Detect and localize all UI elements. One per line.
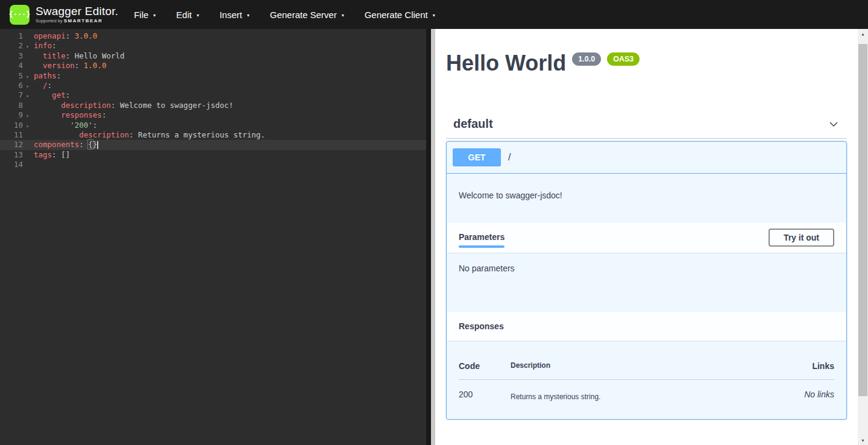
code-text: responses: (29, 110, 106, 120)
menu-file[interactable]: File ▾ (134, 4, 156, 26)
code-text: /: (29, 81, 52, 90)
code-text: tags: [] (29, 150, 70, 160)
menu-bar: File ▾ Edit ▾ Insert ▾ Generate Server ▾… (134, 4, 456, 26)
line-number[interactable]: 6▾ (0, 81, 29, 90)
topbar: {···} Swagger Editor. Supported by SMART… (0, 0, 868, 29)
line-number[interactable]: 10▾ (0, 121, 29, 130)
response-code: 200 (459, 390, 511, 399)
editor-line[interactable]: 14 (0, 160, 426, 169)
parameters-tab[interactable]: Parameters (459, 232, 505, 248)
get-method-button[interactable]: GET (453, 148, 501, 166)
preview-scrollbar[interactable]: ▲ ▼ (858, 29, 868, 445)
line-number[interactable]: 9▾ (0, 110, 29, 120)
main-split: 1openapi: 3.0.02▾info:3 title: Hello Wor… (0, 29, 868, 445)
editor-line[interactable]: 8 description: Welcome to swagger-jsdoc! (0, 101, 426, 110)
line-number[interactable]: 4 (0, 61, 29, 71)
line-number[interactable]: 2▾ (0, 41, 29, 51)
chevron-down-icon: ▾ (342, 13, 344, 18)
tag-section: default GET / Welcome to swagger-jsdoc! … (446, 110, 847, 420)
line-number[interactable]: 5▾ (0, 71, 29, 81)
menu-generate-client[interactable]: Generate Client ▾ (365, 4, 435, 26)
response-row-200: 200 Returns a mysterious string. No link… (459, 380, 834, 401)
editor-line[interactable]: 12components: {} (0, 140, 426, 150)
app-title: Swagger Editor. (36, 5, 118, 17)
line-number[interactable]: 11 (0, 130, 29, 140)
scrollbar-up-icon[interactable]: ▲ (858, 29, 868, 39)
line-number[interactable]: 8 (0, 101, 29, 110)
editor-line[interactable]: 6▾ /: (0, 81, 426, 90)
scrollbar-down-icon[interactable]: ▼ (858, 435, 868, 445)
editor-line[interactable]: 7▾ get: (0, 90, 426, 100)
editor-line[interactable]: 5▾paths: (0, 71, 426, 81)
supported-by-label: Supported by SMARTBEAR (36, 18, 118, 24)
code-text: description: Welcome to swagger-jsdoc! (29, 101, 233, 110)
column-code: Code (459, 361, 511, 371)
line-number[interactable]: 14 (0, 160, 29, 169)
chevron-down-icon: ▾ (197, 13, 199, 18)
menu-generate-client-label: Generate Client (365, 10, 428, 20)
code-text: paths: (29, 71, 61, 81)
editor-line[interactable]: 10▾ '200': (0, 121, 426, 130)
pane-splitter[interactable] (431, 29, 435, 445)
code-text: openapi: 3.0.0 (29, 31, 97, 41)
column-links: Links (762, 361, 834, 371)
chevron-down-icon: ▾ (247, 13, 250, 18)
code-text: get: (29, 90, 70, 100)
swagger-logo-icon: {···} (10, 5, 30, 25)
code-text: info: (29, 41, 57, 51)
editor-line[interactable]: 13tags: [] (0, 150, 426, 160)
supported-by-text: Supported by (36, 18, 64, 24)
chevron-down-icon: ▾ (433, 13, 435, 18)
operation-summary[interactable]: GET / (447, 142, 846, 174)
operation-path: / (508, 152, 511, 163)
collapse-chevron-icon[interactable] (828, 118, 840, 130)
code-text: description: Returns a mysterious string… (29, 130, 265, 140)
chevron-down-icon: ▾ (153, 13, 156, 18)
code-text: title: Hello World (29, 51, 125, 61)
line-number[interactable]: 3 (0, 51, 29, 61)
tag-name: default (453, 117, 493, 131)
parameters-title: Parameters (459, 232, 505, 242)
code-text: version: 1.0.0 (29, 61, 106, 71)
code-text: components: {} (29, 140, 98, 150)
api-info-header: Hello World 1.0.0 OAS3 (446, 29, 847, 75)
menu-insert[interactable]: Insert ▾ (219, 4, 250, 26)
operation-get-block: GET / Welcome to swagger-jsdoc! Paramete… (446, 141, 847, 420)
smartbear-brand: SMARTBEAR (64, 18, 103, 24)
line-number[interactable]: 12 (0, 140, 29, 150)
menu-file-label: File (134, 10, 148, 20)
scrollbar-thumb[interactable] (858, 44, 867, 396)
editor-scrollbar[interactable] (426, 29, 431, 445)
column-description: Description (511, 361, 762, 371)
menu-generate-server-label: Generate Server (270, 10, 337, 20)
operation-description: Welcome to swagger-jsdoc! (447, 174, 846, 222)
editor-lines: 1openapi: 3.0.02▾info:3 title: Hello Wor… (0, 31, 431, 169)
editor-line[interactable]: 4 version: 1.0.0 (0, 61, 426, 71)
response-description: Returns a mysterious string. (511, 393, 762, 401)
api-preview-pane: Hello World 1.0.0 OAS3 default GET / Wel… (435, 29, 858, 445)
response-links: No links (762, 390, 834, 399)
editor-line[interactable]: 11 description: Returns a mysterious str… (0, 130, 426, 140)
editor-line[interactable]: 9▾ responses: (0, 110, 426, 120)
tag-default-header[interactable]: default (446, 110, 847, 139)
yaml-code-editor[interactable]: 1openapi: 3.0.02▾info:3 title: Hello Wor… (0, 29, 431, 445)
responses-header: Responses (447, 312, 846, 341)
menu-insert-label: Insert (219, 10, 242, 20)
line-number[interactable]: 1 (0, 31, 29, 41)
parameters-header: Parameters Try it out (447, 222, 846, 253)
menu-generate-server[interactable]: Generate Server ▾ (270, 4, 344, 26)
editor-line[interactable]: 2▾info: (0, 41, 426, 51)
oas3-badge: OAS3 (607, 52, 640, 66)
responses-table-head: Code Description Links (459, 350, 834, 380)
editor-line[interactable]: 3 title: Hello World (0, 51, 426, 61)
brand: Swagger Editor. Supported by SMARTBEAR (36, 5, 118, 24)
version-badge: 1.0.0 (572, 52, 601, 66)
no-parameters-message: No parameters (447, 253, 846, 312)
code-text: '200': (29, 121, 97, 130)
editor-line[interactable]: 1openapi: 3.0.0 (0, 31, 426, 41)
try-it-out-button[interactable]: Try it out (769, 229, 834, 247)
code-text (29, 160, 34, 169)
line-number[interactable]: 13 (0, 150, 29, 160)
menu-edit[interactable]: Edit ▾ (176, 4, 199, 26)
line-number[interactable]: 7▾ (0, 90, 29, 100)
